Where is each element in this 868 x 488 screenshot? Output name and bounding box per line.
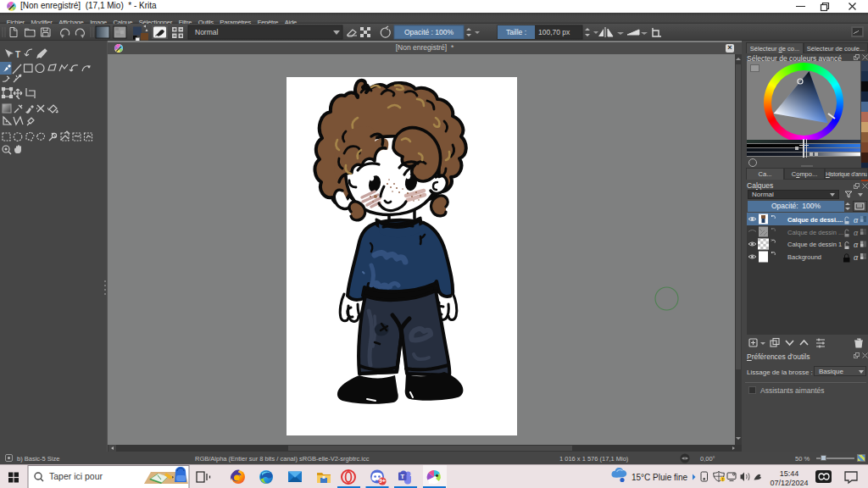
svg-text:Calque de dessi....: Calque de dessi.... [787, 216, 843, 224]
svg-text:100,70 px: 100,70 px [538, 28, 570, 36]
svg-text:07/12/2024: 07/12/2024 [770, 479, 808, 487]
svg-text:T: T [401, 473, 405, 480]
svg-text:Calque de dessin ...: Calque de dessin ... [787, 229, 843, 236]
svg-text:Opacité : 100%: Opacité : 100% [404, 28, 454, 36]
svg-text:Normal: Normal [195, 28, 219, 36]
svg-text:α: α [854, 241, 859, 249]
svg-text:15°C: 15°C [632, 473, 650, 482]
svg-text:α: α [854, 216, 859, 225]
svg-text:α: α [854, 229, 859, 237]
svg-text:α: α [854, 253, 859, 262]
svg-text:9+: 9+ [379, 478, 386, 484]
svg-text:T: T [15, 50, 20, 59]
svg-text:15:44: 15:44 [780, 469, 799, 478]
svg-text:Background: Background [787, 253, 821, 261]
svg-text:Calque de dessin 1: Calque de dessin 1 [787, 241, 842, 248]
svg-text:Pluie fine: Pluie fine [653, 473, 688, 482]
svg-text:Taille :: Taille : [506, 28, 526, 36]
svg-text:Taper ici pour: Taper ici pour [49, 471, 103, 481]
